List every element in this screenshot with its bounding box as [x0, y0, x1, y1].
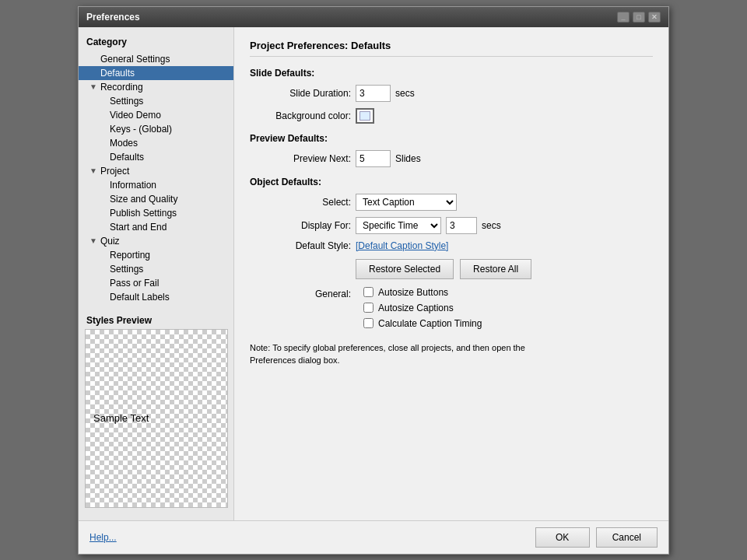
bg-color-label: Background color: [250, 110, 351, 121]
sidebar-item-video-demo[interactable]: Video Demo [79, 108, 233, 122]
calc-caption-timing-label: Calculate Caption Timing [378, 318, 482, 329]
sidebar-item-rec-defaults[interactable]: Defaults [79, 150, 233, 164]
sidebar-item-settings[interactable]: Settings [79, 94, 233, 108]
bg-color-row: Background color: [250, 108, 653, 124]
help-link[interactable]: Help... [89, 532, 117, 543]
modes-label: Modes [110, 138, 138, 149]
project-toggle-icon: ▼ [89, 166, 97, 175]
sidebar-item-default-labels[interactable]: Default Labels [79, 290, 233, 304]
slide-duration-row: Slide Duration: secs [250, 85, 653, 102]
general-label: General: [250, 289, 351, 299]
sidebar-item-information[interactable]: Information [79, 178, 233, 192]
ok-button[interactable]: OK [535, 527, 590, 548]
defaults-label: Defaults [100, 68, 135, 79]
styles-preview-canvas: Sample Text [85, 329, 228, 508]
video-demo-label: Video Demo [110, 110, 161, 121]
left-panel: Category General Settings Defaults ▼ Rec… [79, 27, 234, 520]
autosize-buttons-checkbox[interactable] [363, 287, 374, 297]
title-bar-buttons: _ □ ✕ [617, 12, 661, 23]
sidebar-item-pass-fail[interactable]: Pass or Fail [79, 276, 233, 290]
display-for-secs-input[interactable] [446, 217, 477, 234]
right-panel: Project Preferences: Defaults Slide Defa… [234, 27, 668, 520]
select-label: Select: [250, 197, 351, 208]
quiz-label: Quiz [100, 236, 120, 247]
restore-selected-button[interactable]: Restore Selected [356, 259, 454, 279]
quiz-toggle-icon: ▼ [89, 236, 97, 245]
bg-color-picker[interactable] [356, 108, 374, 124]
preview-next-row: Preview Next: Slides [250, 150, 653, 167]
sidebar-item-modes[interactable]: Modes [79, 136, 233, 150]
sidebar-item-general-settings[interactable]: General Settings [79, 52, 233, 66]
object-type-select[interactable]: Text Caption Highlight Box Text Animatio… [356, 194, 457, 211]
start-end-label: Start and End [110, 222, 167, 233]
default-labels-label: Default Labels [110, 292, 170, 303]
title-bar: Preferences _ □ ✕ [79, 7, 668, 27]
autosize-buttons-row: Autosize Buttons [363, 287, 482, 298]
autosize-captions-checkbox[interactable] [363, 303, 374, 313]
calc-caption-timing-row: Calculate Caption Timing [363, 318, 482, 329]
footer-buttons: OK Cancel [535, 527, 658, 548]
select-row: Select: Text Caption Highlight Box Text … [250, 194, 653, 211]
color-swatch [359, 111, 370, 121]
settings-label: Settings [110, 96, 143, 107]
quiz-settings-label: Settings [110, 264, 143, 275]
autosize-captions-row: Autosize Captions [363, 303, 482, 313]
recording-label: Recording [100, 82, 143, 93]
sidebar-item-project[interactable]: ▼ Project [79, 164, 233, 178]
display-for-unit: secs [482, 220, 501, 231]
sidebar-item-publish-settings[interactable]: Publish Settings [79, 206, 233, 220]
sidebar-item-reporting[interactable]: Reporting [79, 248, 233, 262]
autosize-captions-label: Autosize Captions [378, 303, 454, 313]
object-defaults-label: Object Defaults: [250, 177, 653, 187]
styles-preview-section: Styles Preview Sample Text [79, 312, 233, 514]
general-row: General: Autosize Buttons Autosize Capti… [250, 287, 653, 334]
display-for-select[interactable]: Specific Time Rest of Slide [356, 217, 441, 234]
cancel-button[interactable]: Cancel [596, 527, 658, 548]
calc-caption-timing-checkbox[interactable] [363, 318, 374, 328]
preview-next-input[interactable] [356, 150, 391, 167]
sample-text: Sample Text [93, 412, 149, 424]
pass-fail-label: Pass or Fail [110, 278, 159, 289]
panel-title: Project Preferences: Defaults [250, 40, 653, 57]
close-button[interactable]: ✕ [648, 12, 661, 23]
information-label: Information [110, 180, 156, 191]
maximize-button[interactable]: □ [633, 12, 645, 23]
display-for-label: Display For: [250, 220, 351, 231]
styles-preview-title: Styles Preview [79, 312, 233, 329]
preferences-dialog: Preferences _ □ ✕ Category General Setti… [78, 6, 669, 555]
slide-duration-input[interactable] [356, 85, 391, 102]
general-checkboxes: Autosize Buttons Autosize Captions Calcu… [356, 287, 482, 334]
dialog-title: Preferences [86, 12, 140, 23]
autosize-buttons-label: Autosize Buttons [378, 287, 448, 298]
display-for-row: Display For: Specific Time Rest of Slide… [250, 217, 653, 234]
slide-defaults-label: Slide Defaults: [250, 68, 653, 79]
default-style-link[interactable]: [Default Caption Style] [356, 240, 448, 251]
sidebar-item-quiz[interactable]: ▼ Quiz [79, 234, 233, 248]
slide-duration-label: Slide Duration: [250, 88, 351, 99]
preview-next-label: Preview Next: [250, 153, 351, 164]
preview-next-unit: Slides [395, 153, 421, 164]
sidebar-item-size-quality[interactable]: Size and Quality [79, 192, 233, 206]
minimize-button[interactable]: _ [617, 12, 630, 23]
default-style-row: Default Style: [Default Caption Style] [250, 240, 653, 251]
slide-duration-unit: secs [395, 88, 415, 99]
category-label: Category [79, 33, 233, 52]
sidebar-item-start-end[interactable]: Start and End [79, 220, 233, 234]
sidebar-item-recording[interactable]: ▼ Recording [79, 80, 233, 94]
preview-defaults-label: Preview Defaults: [250, 133, 653, 144]
size-quality-label: Size and Quality [110, 194, 177, 205]
restore-all-button[interactable]: Restore All [460, 259, 531, 279]
general-settings-label: General Settings [100, 54, 170, 65]
publish-settings-label: Publish Settings [110, 208, 177, 219]
sidebar-item-defaults[interactable]: Defaults [79, 66, 233, 80]
reporting-label: Reporting [110, 250, 150, 261]
dialog-main: Category General Settings Defaults ▼ Rec… [79, 27, 668, 520]
sidebar-item-keys-global[interactable]: Keys - (Global) [79, 122, 233, 136]
note-text: Note: To specify global preferences, clo… [250, 341, 561, 367]
dialog-footer: Help... OK Cancel [79, 520, 668, 554]
sidebar-item-quiz-settings[interactable]: Settings [79, 262, 233, 276]
default-style-label: Default Style: [250, 240, 351, 251]
restore-buttons-row: Restore Selected Restore All [356, 259, 653, 279]
rec-defaults-label: Defaults [110, 152, 144, 163]
keys-global-label: Keys - (Global) [110, 124, 172, 135]
